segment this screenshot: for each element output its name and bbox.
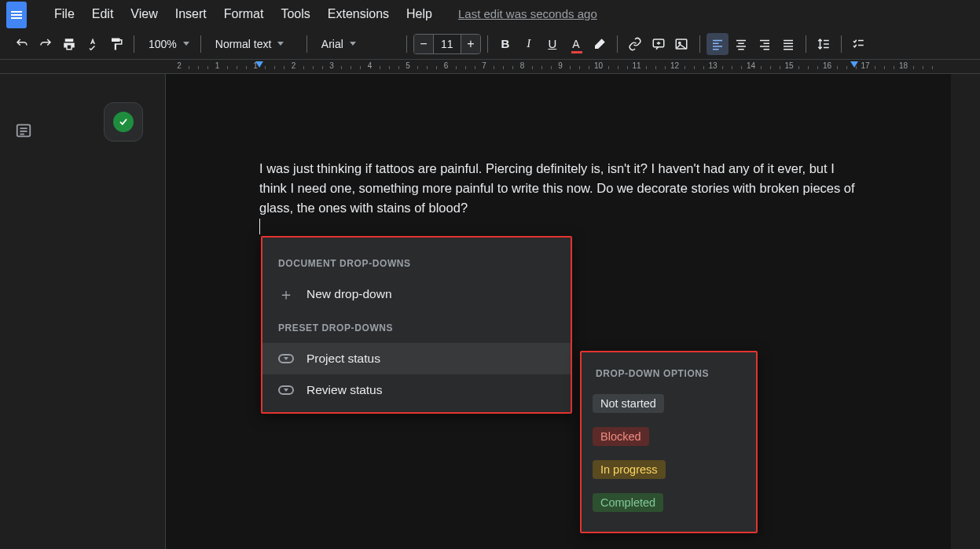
ruler-tick: 10 [594,61,603,70]
document-outline-button[interactable] [11,118,36,143]
dropdown-chip-icon [278,385,294,395]
text-color-button[interactable]: A [565,33,587,55]
align-justify-button[interactable] [777,33,799,55]
ruler-tick: 2 [177,61,182,70]
grammar-check-badge[interactable] [104,102,143,142]
ruler-tick: 5 [406,61,410,70]
options-header: DROP-DOWN OPTIONS [593,368,745,387]
menu-view[interactable]: View [122,4,166,24]
menu-format[interactable]: Format [215,4,273,24]
menu-tools[interactable]: Tools [272,4,318,24]
spellcheck-button[interactable] [82,33,104,55]
zoom-value: 100% [149,38,177,50]
underline-button[interactable]: U [541,33,563,55]
docs-logo-icon[interactable] [6,2,27,28]
paragraph-style-combo[interactable]: Normal text [207,33,300,55]
bold-button[interactable]: B [494,33,516,55]
option-chip-not-started[interactable]: Not started [593,394,664,413]
highlight-button[interactable] [589,33,611,55]
font-size-increase[interactable]: + [461,35,480,53]
menu-file[interactable]: File [46,4,83,24]
indent-left-marker[interactable] [255,61,263,68]
ruler-tick: 4 [368,61,373,70]
ruler-tick: 13 [708,61,717,70]
panel-section-header: DOCUMENT DROP-DOWNS [262,253,571,278]
italic-button[interactable]: I [518,33,540,55]
font-size-value[interactable]: 11 [433,35,461,53]
font-size-decrease[interactable]: − [414,35,433,53]
dropdown-chip-icon [278,354,294,363]
indent-right-marker[interactable] [850,61,858,68]
panel-section-header: PRESET DROP-DOWNS [262,310,571,343]
insert-comment-button[interactable] [648,33,670,55]
menu-edit[interactable]: Edit [83,4,123,24]
ruler-tick: 8 [520,61,525,70]
dropdown-insert-panel: DOCUMENT DROP-DOWNS ＋ New drop-down PRES… [261,236,572,414]
preset-label: Project status [306,352,380,366]
caret-down-icon [350,42,356,46]
svg-point-4 [678,42,680,43]
option-chip-completed[interactable]: Completed [593,493,663,512]
option-chip-blocked[interactable]: Blocked [593,427,649,446]
plus-icon: ＋ [278,286,294,302]
caret-down-icon [183,42,189,46]
checklist-button[interactable] [848,33,870,55]
menu-help[interactable]: Help [398,4,441,24]
ruler-tick: 3 [329,61,334,70]
document-body-text[interactable]: I was just thinking if tattoos are painf… [259,159,857,217]
last-edit-link[interactable]: Last edit was seconds ago [458,7,597,20]
menu-extensions[interactable]: Extensions [319,4,398,24]
horizontal-ruler[interactable]: 21123456789101112131415161718 [0,60,980,74]
redo-button[interactable] [35,33,57,55]
toolbar: 100% Normal text Arial − 11 + B I U A [0,28,980,60]
style-value: Normal text [215,38,272,50]
align-center-button[interactable] [730,33,752,55]
preset-review-status[interactable]: Review status [262,374,571,406]
ruler-tick: 15 [784,61,793,70]
undo-button[interactable] [11,33,33,55]
zoom-combo[interactable]: 100% [141,33,194,55]
caret-down-icon [277,42,284,46]
insert-image-button[interactable] [671,33,693,55]
ruler-tick: 18 [899,61,908,70]
align-right-button[interactable] [754,33,776,55]
workspace: I was just thinking if tattoos are painf… [0,74,980,549]
ruler-tick: 11 [632,61,640,70]
new-dropdown-row[interactable]: ＋ New drop-down [262,278,571,310]
ruler-tick: 2 [292,61,296,70]
line-spacing-button[interactable] [813,33,835,55]
dropdown-options-panel: DROP-DOWN OPTIONS Not startedBlockedIn p… [580,351,758,533]
paint-format-button[interactable] [105,33,127,55]
font-value: Arial [321,38,343,50]
ruler-tick: 16 [823,61,831,70]
ruler-tick: 9 [558,61,563,70]
font-family-combo[interactable]: Arial [314,33,400,55]
ruler-tick: 12 [670,61,679,70]
insert-link-button[interactable] [624,33,646,55]
ruler-tick: 7 [482,61,486,70]
ruler-tick: 14 [747,61,755,70]
ruler-tick: 1 [215,61,220,70]
text-cursor [259,219,260,234]
ruler-tick: 6 [444,61,449,70]
ruler-tick: 17 [861,61,869,70]
preset-project-status[interactable]: Project status [262,343,571,374]
align-left-button[interactable] [707,33,729,55]
new-dropdown-label: New drop-down [306,287,392,301]
menubar: File Edit View Insert Format Tools Exten… [0,0,980,28]
font-size-group: − 11 + [413,34,481,54]
preset-label: Review status [306,383,382,397]
menu-insert[interactable]: Insert [167,4,215,24]
print-button[interactable] [58,33,80,55]
option-chip-in-progress[interactable]: In progress [593,460,666,479]
